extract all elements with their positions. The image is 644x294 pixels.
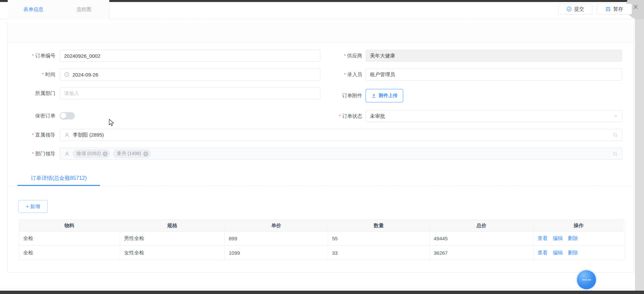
table-row: 全检 男性全检 899 55 49445 查看 编辑 删除 [19, 232, 625, 246]
date-input[interactable]: 2024-09-26 [60, 68, 320, 81]
col-actions: 操作 [534, 220, 624, 232]
add-row-label: + 新增 [26, 203, 40, 210]
secret-order-label: 保密订单 [12, 110, 55, 122]
table-header: 物料 规格 单价 数量 总价 操作 [19, 220, 625, 232]
dept-leader-input[interactable]: 徐璟 (0262) × 童丹 (1498) × [60, 148, 622, 160]
tag-close-icon[interactable]: × [103, 151, 108, 156]
cell-unit-price: 1099 [225, 246, 328, 260]
dialog-bottom-border [0, 288, 635, 288]
cell-actions: 查看 编辑 删除 [534, 232, 624, 246]
tab-order-detail[interactable]: 订单详情(总金额85712) [17, 172, 100, 185]
order-no-label: * 订单编号 [12, 50, 55, 62]
supplier-value: 美年大健康 [370, 53, 395, 59]
submit-button[interactable]: 提交 [558, 4, 592, 14]
tab-flow-chart[interactable]: 流程图 [59, 0, 109, 19]
search-icon[interactable] [613, 133, 618, 138]
required-mark: * [339, 113, 341, 119]
toggle-knob [60, 113, 66, 119]
check-circle-icon [567, 6, 572, 12]
attachment-upload-label: 附件上传 [379, 93, 398, 99]
col-quantity: 数量 [328, 220, 430, 232]
dept-leader-label: * 部门领导 [12, 148, 55, 160]
cell-material: 全检 [19, 246, 120, 260]
order-no-value: 20240926_0002 [64, 53, 100, 59]
bottom-edge-bar [0, 291, 644, 294]
cell-material: 全检 [19, 232, 120, 246]
attachment-label: 订单附件 [319, 89, 362, 102]
save-draft-button-label: 暂存 [613, 6, 623, 12]
status-label: * 订单状态 [319, 110, 362, 122]
cell-quantity: 33 [328, 246, 430, 260]
required-mark: * [344, 72, 346, 77]
order-no-input[interactable]: 20240926_0002 [60, 50, 320, 62]
direct-leader-value: 李朝阳 (2895) [73, 132, 104, 138]
delete-link[interactable]: 删除 [568, 250, 578, 256]
tab-form-info-label: 表单信息 [23, 6, 44, 13]
direct-leader-label: * 直属领导 [12, 129, 55, 141]
department-input[interactable]: 请输入 [60, 87, 320, 99]
upload-icon [371, 93, 376, 98]
date-label: * 时间 [12, 68, 55, 81]
table-row: 全检 女性全检 1099 33 36267 查看 编辑 删除 [19, 246, 625, 260]
department-placeholder: 请输入 [64, 90, 79, 97]
cell-total: 49445 [430, 232, 534, 246]
date-value: 2024-09-26 [72, 72, 98, 78]
save-draft-button[interactable]: 暂存 [597, 4, 632, 14]
required-mark: * [32, 132, 34, 138]
recorder-value: 租户管理员 [370, 71, 395, 78]
required-mark: * [32, 151, 34, 156]
supplier-input: 美年大健康 [366, 50, 622, 62]
supplier-label: * 供应商 [319, 50, 362, 62]
top-tabbar [8, 23, 634, 42]
secret-order-toggle[interactable] [60, 112, 75, 119]
direct-leader-input[interactable]: 李朝阳 (2895) [60, 129, 622, 141]
status-select[interactable]: 未审批 [366, 110, 622, 122]
submit-button-label: 提交 [574, 6, 584, 12]
col-unit-price: 单价 [225, 220, 328, 232]
cell-quantity: 55 [328, 232, 430, 246]
tab-order-detail-label: 订单详情(总金额85712) [31, 175, 87, 182]
edit-link[interactable]: 编辑 [553, 250, 563, 256]
edit-link[interactable]: 编辑 [553, 235, 563, 242]
leader-tag: 徐璟 (0262) × [73, 149, 110, 158]
required-mark: * [344, 53, 346, 58]
cell-spec: 男性全检 [120, 232, 225, 246]
cell-actions: 查看 编辑 删除 [534, 246, 624, 260]
leader-tag-label: 童丹 (1498) [117, 151, 141, 157]
department-label: 所属部门 [12, 87, 55, 99]
clock-icon [64, 72, 69, 77]
status-value: 未审批 [370, 113, 385, 119]
tag-close-icon[interactable]: × [143, 151, 148, 156]
order-approve-window: orderApprove × 表单信息 流程图 提交 暂存 * 订单编号 202… [0, 0, 644, 294]
active-tab-underline [17, 185, 100, 186]
leader-tag-label: 徐璟 (0262) [76, 151, 101, 157]
tab-flow-chart-label: 流程图 [76, 6, 92, 13]
person-icon [64, 132, 70, 138]
right-scroll-gutter [635, 14, 644, 291]
mouse-cursor [109, 119, 114, 129]
close-icon[interactable]: × [633, 2, 638, 12]
tab-form-info[interactable]: 表单信息 [8, 0, 59, 19]
col-total: 总价 [430, 220, 534, 232]
required-mark: * [32, 53, 34, 58]
delete-link[interactable]: 删除 [568, 235, 578, 242]
leader-tag: 童丹 (1498) × [113, 149, 150, 158]
col-spec: 规格 [120, 220, 225, 232]
add-row-button[interactable]: + 新增 [18, 200, 48, 213]
chevron-down-icon [614, 114, 618, 118]
detail-tab-divider [8, 186, 633, 186]
save-icon [605, 6, 611, 12]
view-link[interactable]: 查看 [538, 235, 548, 242]
order-items-table: 物料 规格 单价 数量 总价 操作 全检 男性全检 899 55 49445 查… [19, 219, 625, 260]
search-icon[interactable] [613, 151, 618, 156]
recorder-input[interactable]: 租户管理员 [366, 68, 622, 81]
cell-spec: 女性全检 [120, 246, 225, 260]
view-link[interactable]: 查看 [538, 250, 548, 256]
cell-total: 36267 [430, 246, 534, 260]
recorder-label: * 录入员 [319, 68, 362, 81]
attachment-upload-button[interactable]: 附件上传 [366, 89, 403, 102]
col-material: 物料 [19, 220, 120, 232]
required-mark: * [42, 72, 44, 77]
cell-unit-price: 899 [225, 232, 328, 246]
assistant-floating-button[interactable] [577, 270, 596, 289]
